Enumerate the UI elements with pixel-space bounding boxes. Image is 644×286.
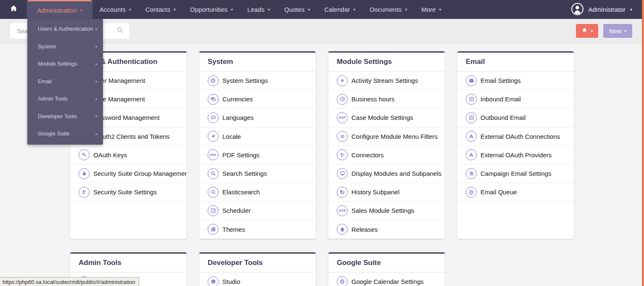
admin-link-email-queue[interactable]: @Email Queue	[457, 183, 574, 201]
admin-link-label: Search Settings	[222, 170, 267, 177]
admin-link-pdf-settings[interactable]: PDFPDF Settings	[199, 146, 316, 164]
monitor-icon	[337, 168, 348, 179]
users-icon	[79, 187, 90, 198]
inbound-icon	[466, 94, 477, 105]
dropdown-item-system[interactable]: System▸	[27, 38, 103, 56]
admin-link-label: Business hours	[351, 95, 395, 103]
clock-square-icon	[208, 205, 219, 216]
chevron-right-icon: ▸	[95, 132, 98, 136]
admin-link-display-modules-and-subpanels[interactable]: Display Modules and Subpanels	[328, 164, 445, 183]
admin-link-scheduler[interactable]: Scheduler	[199, 201, 316, 220]
nav-item-quotes[interactable]: Quotes▾	[277, 0, 317, 19]
dropdown-item-label: Email	[38, 78, 52, 85]
admin-link-themes[interactable]: Themes	[199, 220, 316, 239]
chevron-down-icon: ▾	[630, 7, 632, 12]
snail-icon: @	[466, 187, 477, 198]
admin-link-label: Display Modules and Subpanels	[351, 170, 441, 177]
dropdown-item-label: Developer Tools	[38, 113, 77, 119]
nav-item-label: Accounts	[100, 6, 126, 13]
admin-link-releases[interactable]: Releases	[328, 220, 445, 239]
outbound-icon	[466, 112, 477, 123]
admin-link-outbound-email[interactable]: Outbound Email	[457, 109, 574, 127]
admin-link-case-module-settings[interactable]: AOPCase Module Settings	[328, 109, 445, 127]
admin-link-system-settings[interactable]: ⚙System Settings	[199, 72, 316, 90]
admin-link-label: Elasticsearch	[222, 188, 260, 196]
nav-item-more[interactable]: More▾	[414, 0, 448, 19]
nav-item-administration[interactable]: Administration▾	[27, 0, 92, 19]
admin-link-external-oauth-connections[interactable]: AExternal OAuth Connections	[457, 127, 574, 146]
home-button[interactable]	[0, 0, 27, 19]
admin-link-label: Scheduler	[222, 207, 251, 214]
user-name: Administrator	[589, 6, 626, 13]
admin-link-security-suite-group-management[interactable]: Security Suite Group Management	[70, 164, 187, 183]
chevron-down-icon: ▾	[231, 7, 233, 12]
admin-link-label: Security Suite Settings	[93, 188, 157, 196]
chevron-down-icon: ▾	[439, 7, 441, 12]
new-button-label: New	[609, 27, 622, 34]
nav-menu: Administration▾Accounts▾Contacts▾Opportu…	[27, 0, 449, 19]
admin-link-security-suite-settings[interactable]: Security Suite Settings	[70, 183, 187, 201]
panel-title: Module Settings	[328, 53, 445, 72]
admin-link-currencies[interactable]: Currencies	[199, 90, 316, 109]
dropdown-item-google-suite[interactable]: Google Suite▸	[27, 125, 103, 143]
chevron-down-icon: ▾	[129, 7, 131, 12]
admin-link-label: Releases	[351, 226, 378, 233]
chevron-down-icon: ▾	[308, 7, 310, 12]
admin-link-languages[interactable]: Languages	[199, 109, 316, 127]
admin-link-studio[interactable]: Studio	[199, 273, 316, 286]
admin-link-label: Case Module Settings	[351, 114, 413, 121]
admin-link-sales-module-settings[interactable]: AOSSales Module Settings	[328, 201, 445, 220]
nav-item-label: Administration	[37, 7, 77, 14]
user-menu[interactable]: Administrator ▾	[571, 0, 644, 19]
new-button[interactable]: New ▾	[603, 24, 632, 38]
chevron-down-icon: ▾	[591, 29, 593, 33]
notifications-button[interactable]: ▾	[576, 24, 598, 38]
dropdown-item-users-authentication[interactable]: Users & Authentication▸	[27, 20, 103, 38]
admin-link-label: Themes	[222, 226, 245, 233]
sliders-v-icon	[466, 168, 477, 179]
admin-link-label: OAuth2 Clients and Tokens	[93, 133, 170, 140]
admin-link-history-subpanel[interactable]: ↻History Subpanel	[328, 183, 445, 201]
nav-item-calendar[interactable]: Calendar▾	[317, 0, 363, 19]
admin-link-elasticsearch[interactable]: Elasticsearch	[199, 183, 316, 201]
dropdown-item-email[interactable]: Email▸	[27, 73, 103, 90]
dropdown-item-admin-tools[interactable]: Admin Tools▸	[27, 90, 103, 108]
chevron-down-icon: ▾	[268, 7, 270, 12]
nav-item-contacts[interactable]: Contacts▾	[138, 0, 183, 19]
chevron-down-icon: ▾	[174, 7, 176, 12]
admin-link-search-settings[interactable]: Search Settings	[199, 164, 316, 183]
admin-link-label: Sales Module Settings	[351, 207, 414, 214]
dropdown-item-module-settings[interactable]: Module Settings▸	[27, 55, 103, 73]
admin-link-inbound-email[interactable]: Inbound Email	[457, 90, 574, 109]
admin-link-business-hours[interactable]: Business hours	[328, 90, 445, 109]
sliders-h-icon	[337, 131, 348, 142]
nav-item-accounts[interactable]: Accounts▾	[92, 0, 138, 19]
chevron-down-icon: ▾	[624, 29, 626, 33]
admin-link-google-calendar-settings[interactable]: ⚙Google Calendar Settings	[328, 273, 445, 286]
nav-item-documents[interactable]: Documents▾	[363, 0, 414, 19]
admin-link-locale[interactable]: Locale	[199, 127, 316, 146]
nav-item-leads[interactable]: Leads▾	[240, 0, 277, 19]
scrollbar[interactable]	[642, 0, 644, 286]
panel-module-settings: Module SettingsActivity Stream SettingsB…	[328, 51, 445, 239]
admin-link-label: Connectors	[351, 151, 384, 159]
admin-link-activity-stream-settings[interactable]: Activity Stream Settings	[328, 72, 445, 90]
admin-link-configure-module-menu-filters[interactable]: Configure Module Menu Filters	[328, 127, 445, 146]
admin-link-email-settings[interactable]: Email Settings	[457, 72, 574, 90]
search-icon	[208, 187, 219, 198]
admin-link-label: Email Settings	[480, 77, 521, 84]
admin-link-label: External OAuth Connections	[480, 133, 560, 140]
admin-link-label: Configure Module Menu Filters	[351, 133, 438, 140]
admin-link-oauth-keys[interactable]: OAuth Keys	[70, 146, 187, 164]
admin-link-connectors[interactable]: Connectors	[328, 146, 445, 164]
admin-link-campaign-email-settings[interactable]: Campaign Email Settings	[457, 164, 574, 183]
admin-link-label: Activity Stream Settings	[351, 77, 418, 84]
nav-item-label: Documents	[370, 6, 402, 13]
dropdown-item-developer-tools[interactable]: Developer Tools▸	[27, 108, 103, 125]
chevron-right-icon: ▸	[95, 27, 98, 31]
pdf-icon: PDF	[208, 149, 219, 160]
admin-link-label: Email Queue	[480, 188, 517, 196]
nav-item-opportunities[interactable]: Opportunities▾	[183, 0, 240, 19]
admin-link-label: Inbound Email	[480, 95, 521, 103]
admin-link-external-oauth-providers[interactable]: AExternal OAuth Providers	[457, 146, 574, 164]
